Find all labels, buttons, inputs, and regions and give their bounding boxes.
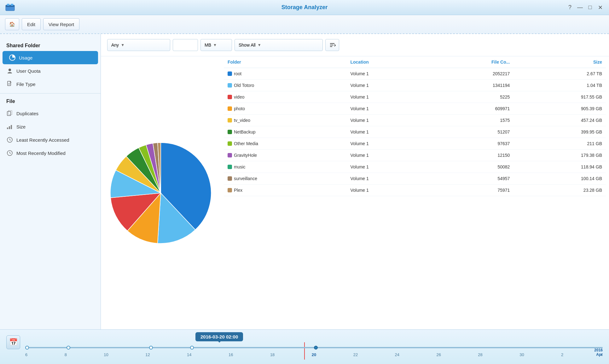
filecount-cell: 97637: [430, 138, 513, 150]
table-row[interactable]: Old Totoro Volume 1 1341194 1.04 TB: [224, 80, 606, 91]
filecount-cell: 75971: [430, 185, 513, 196]
folder-name-cell: GravityHole: [224, 150, 346, 161]
chart-area: [101, 56, 221, 329]
sidebar-item-most-recently-modified[interactable]: Most Recently Modified: [0, 146, 101, 160]
help-btn[interactable]: ?: [566, 4, 574, 11]
folder-name-cell: photo: [224, 103, 346, 115]
timeline-dot[interactable]: [190, 346, 194, 350]
location-cell: Volume 1: [346, 150, 430, 161]
maximize-btn[interactable]: □: [586, 4, 594, 11]
size-cell: 100.14 GB: [513, 173, 606, 185]
sort-icon: [329, 42, 336, 48]
table-row[interactable]: GravityHole Volume 1 12150 179.38 GB: [224, 150, 606, 161]
sidebar-item-file-type[interactable]: File Type: [0, 77, 101, 91]
close-btn[interactable]: ✕: [596, 4, 604, 11]
filecount-cell: 1575: [430, 115, 513, 126]
svg-rect-9: [7, 111, 11, 116]
col-location[interactable]: Location: [346, 56, 430, 68]
folder-table: Folder Location File Co... Size root Vol…: [224, 56, 606, 196]
timeline: 📅 2016-03-20 02:00 681012141618202224262…: [0, 329, 609, 364]
sidebar-item-duplicates[interactable]: Duplicates: [0, 107, 101, 120]
filecount-cell: 609971: [430, 103, 513, 115]
app-title: Storage Analyzer: [281, 4, 328, 11]
timeline-label: 22: [353, 352, 358, 357]
sidebar-divider: [0, 93, 101, 94]
size-icon: [6, 123, 13, 130]
timeline-label: 18: [270, 352, 275, 357]
svg-rect-3: [11, 4, 13, 6]
folder-name-cell: Plex: [224, 185, 346, 196]
view-report-button[interactable]: View Report: [43, 18, 79, 30]
mb-filter-label: MB: [205, 43, 211, 48]
timeline-tooltip: 2016-03-20 02:00: [195, 332, 243, 341]
size-cell: 23.28 GB: [513, 185, 606, 196]
size-cell: 1.04 TB: [513, 80, 606, 91]
svg-line-19: [10, 153, 11, 154]
sidebar-item-user-quota[interactable]: User Quota: [0, 64, 101, 77]
table-row[interactable]: video Volume 1 5225 917.55 GB: [224, 91, 606, 103]
usage-label: Usage: [19, 55, 32, 60]
sidebar-item-size[interactable]: Size: [0, 120, 101, 133]
show-all-arrow: ▼: [258, 43, 261, 47]
table-row[interactable]: Other Media Volume 1 97637 211 GB: [224, 138, 606, 150]
show-all-filter[interactable]: Show All ▼: [235, 39, 323, 51]
sort-button[interactable]: [325, 39, 339, 51]
timeline-calendar-button[interactable]: 📅: [6, 335, 20, 349]
mb-filter[interactable]: MB ▼: [200, 39, 232, 51]
col-filecount[interactable]: File Co...: [430, 56, 513, 68]
sidebar-item-least-recently-accessed[interactable]: Least Recently Accessed: [0, 133, 101, 146]
table-row[interactable]: photo Volume 1 609971 905.39 GB: [224, 103, 606, 115]
timeline-dot[interactable]: [25, 346, 29, 350]
table-row[interactable]: NetBackup Volume 1 51207 399.95 GB: [224, 126, 606, 138]
file-section-title: File: [0, 96, 101, 107]
col-folder[interactable]: Folder: [224, 56, 346, 68]
timeline-dot[interactable]: [67, 346, 70, 350]
svg-rect-2: [7, 4, 9, 6]
size-cell: 905.39 GB: [513, 103, 606, 115]
size-cell: 457.24 GB: [513, 115, 606, 126]
user-quota-label: User Quota: [16, 68, 41, 74]
table-row[interactable]: Plex Volume 1 75971 23.28 GB: [224, 185, 606, 196]
folder-name-cell: NetBackup: [224, 126, 346, 138]
size-label: Size: [16, 124, 26, 129]
location-cell: Volume 1: [346, 91, 430, 103]
sidebar: Shared Folder Usage User Quota: [0, 34, 101, 329]
col-size[interactable]: Size: [513, 56, 606, 68]
user-icon: [6, 67, 13, 74]
clock-icon-2: [6, 150, 13, 156]
sidebar-item-usage[interactable]: Usage: [3, 51, 98, 64]
timeline-label: 8: [65, 352, 67, 357]
timeline-dot[interactable]: [149, 346, 153, 350]
home-button[interactable]: 🏠: [5, 18, 19, 30]
size-cell: 211 GB: [513, 138, 606, 150]
timeline-track: [25, 347, 603, 348]
timeline-dot[interactable]: [314, 346, 318, 350]
table-area[interactable]: Folder Location File Co... Size root Vol…: [221, 56, 609, 329]
timeline-label: 12: [145, 352, 150, 357]
titlebar: Storage Analyzer ? — □ ✕: [0, 0, 609, 15]
edit-button[interactable]: Edit: [22, 18, 41, 30]
svg-line-16: [10, 140, 11, 140]
size-cell: 2.67 TB: [513, 68, 606, 80]
location-cell: Volume 1: [346, 126, 430, 138]
location-cell: Volume 1: [346, 173, 430, 185]
table-row[interactable]: music Volume 1 50082 118.94 GB: [224, 161, 606, 173]
minimize-btn[interactable]: —: [576, 4, 584, 11]
file-icon: [6, 81, 13, 88]
timeline-label: 14: [187, 352, 191, 357]
folder-name-cell: Other Media: [224, 138, 346, 150]
size-value-input[interactable]: [173, 39, 198, 51]
table-row[interactable]: root Volume 1 2052217 2.67 TB: [224, 68, 606, 80]
table-row[interactable]: tv_video Volume 1 1575 457.24 GB: [224, 115, 606, 126]
timeline-inner: 📅 2016-03-20 02:00 681012141618202224262…: [0, 330, 609, 364]
any-filter[interactable]: Any ▼: [107, 39, 170, 51]
timeline-label: 16: [229, 352, 233, 357]
filecount-cell: 12150: [430, 150, 513, 161]
main-container: Shared Folder Usage User Quota: [0, 34, 609, 329]
file-type-label: File Type: [16, 82, 36, 87]
svg-rect-10: [9, 111, 12, 115]
mb-filter-arrow: ▼: [213, 43, 217, 47]
timeline-label: 6: [25, 352, 27, 357]
table-row[interactable]: surveillance Volume 1 54957 100.14 GB: [224, 173, 606, 185]
pie-chart: [110, 143, 211, 243]
